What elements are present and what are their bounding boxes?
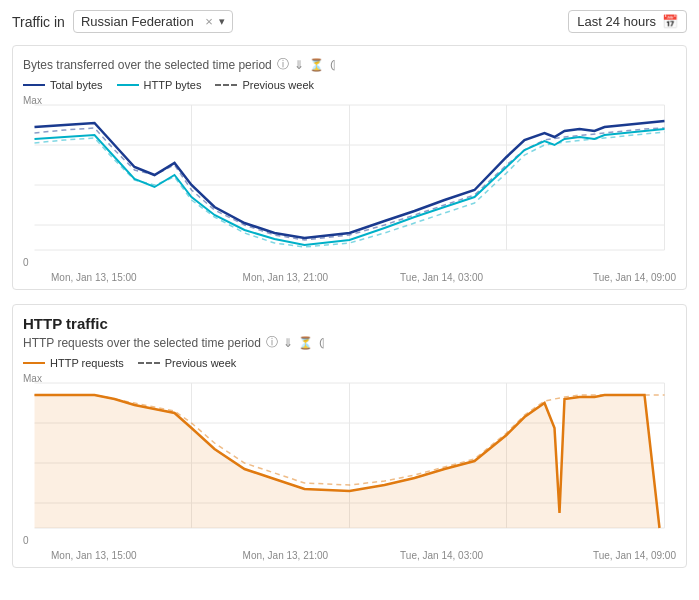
http-info-icon[interactable]: ⓘ xyxy=(266,334,278,351)
http-x-label-1: Mon, Jan 13, 21:00 xyxy=(207,550,363,561)
http-chart-area: Max 0 xyxy=(23,373,676,548)
filter-value-text: Russian Federation xyxy=(81,14,199,29)
header-row: Traffic in Russian Federation × ▾ Last 2… xyxy=(12,10,687,33)
http-y-max: Max xyxy=(23,373,42,384)
bytes-chart-section: Bytes transferred over the selected time… xyxy=(12,45,687,290)
http-chart-subtitle: HTTP requests over the selected time per… xyxy=(23,334,676,351)
http-x-label-2: Tue, Jan 14, 03:00 xyxy=(364,550,520,561)
bytes-chart-subtitle: Bytes transferred over the selected time… xyxy=(23,56,676,73)
traffic-in-label: Traffic in xyxy=(12,14,65,30)
time-range-selector[interactable]: Last 24 hours 📅 xyxy=(568,10,687,33)
legend-prev-week-bytes: Previous week xyxy=(215,79,314,91)
legend-http-requests: HTTP requests xyxy=(23,357,124,369)
bytes-y-max: Max xyxy=(23,95,42,106)
legend-prev-week-http-line xyxy=(138,362,160,364)
http-chart-svg xyxy=(23,373,676,548)
svg-marker-18 xyxy=(35,395,660,528)
bytes-info-icon[interactable]: ⓘ xyxy=(277,56,289,73)
calendar-icon: 📅 xyxy=(662,14,678,29)
bytes-share-icon[interactable]: ⦇ xyxy=(329,58,336,72)
legend-prev-week-http: Previous week xyxy=(138,357,237,369)
country-filter-box[interactable]: Russian Federation × ▾ xyxy=(73,10,233,33)
filter-arrow-icon[interactable]: ▾ xyxy=(219,15,225,28)
bytes-clock-icon[interactable]: ⏳ xyxy=(309,58,324,72)
http-clock-icon[interactable]: ⏳ xyxy=(298,336,313,350)
page-container: Traffic in Russian Federation × ▾ Last 2… xyxy=(0,0,699,592)
legend-http-requests-line xyxy=(23,362,45,364)
legend-total-bytes-line xyxy=(23,84,45,86)
http-chart-section: HTTP traffic HTTP requests over the sele… xyxy=(12,304,687,568)
legend-http-bytes: HTTP bytes xyxy=(117,79,202,91)
http-x-label-3: Tue, Jan 14, 09:00 xyxy=(520,550,676,561)
http-share-icon[interactable]: ⦇ xyxy=(318,336,325,350)
time-range-label: Last 24 hours xyxy=(577,14,656,29)
http-legend: HTTP requests Previous week xyxy=(23,357,676,369)
bytes-x-label-3: Tue, Jan 14, 09:00 xyxy=(520,272,676,283)
legend-http-bytes-line xyxy=(117,84,139,86)
http-download-icon[interactable]: ⇓ xyxy=(283,336,293,350)
header-left: Traffic in Russian Federation × ▾ xyxy=(12,10,233,33)
bytes-y-min: 0 xyxy=(23,257,29,268)
bytes-legend: Total bytes HTTP bytes Previous week xyxy=(23,79,676,91)
bytes-download-icon[interactable]: ⇓ xyxy=(294,58,304,72)
bytes-x-label-0: Mon, Jan 13, 15:00 xyxy=(51,272,207,283)
http-x-label-0: Mon, Jan 13, 15:00 xyxy=(51,550,207,561)
bytes-x-axis: Mon, Jan 13, 15:00 Mon, Jan 13, 21:00 Tu… xyxy=(23,272,676,283)
legend-prev-week-bytes-line xyxy=(215,84,237,86)
http-y-min: 0 xyxy=(23,535,29,546)
filter-clear-icon[interactable]: × xyxy=(205,15,213,28)
http-x-axis: Mon, Jan 13, 15:00 Mon, Jan 13, 21:00 Tu… xyxy=(23,550,676,561)
http-section-title: HTTP traffic xyxy=(23,315,676,332)
bytes-chart-svg xyxy=(23,95,676,270)
bytes-x-label-2: Tue, Jan 14, 03:00 xyxy=(364,272,520,283)
bytes-x-label-1: Mon, Jan 13, 21:00 xyxy=(207,272,363,283)
bytes-chart-area: Max xyxy=(23,95,676,270)
legend-total-bytes: Total bytes xyxy=(23,79,103,91)
